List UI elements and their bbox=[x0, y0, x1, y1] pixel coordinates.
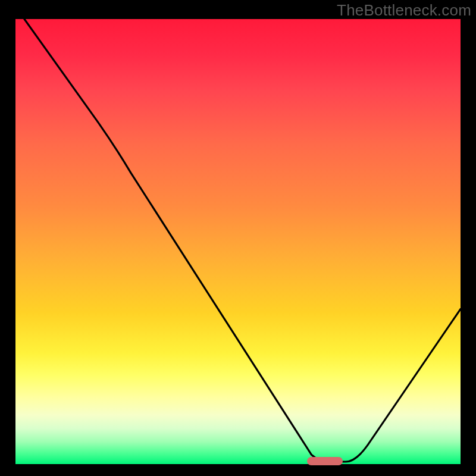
watermark-text: TheBottleneck.com bbox=[337, 1, 471, 20]
figure-root: TheBottleneck.com bbox=[0, 0, 476, 476]
plot-area bbox=[14, 18, 462, 465]
bottleneck-curve bbox=[15, 19, 461, 464]
optimal-range-marker bbox=[307, 457, 343, 465]
